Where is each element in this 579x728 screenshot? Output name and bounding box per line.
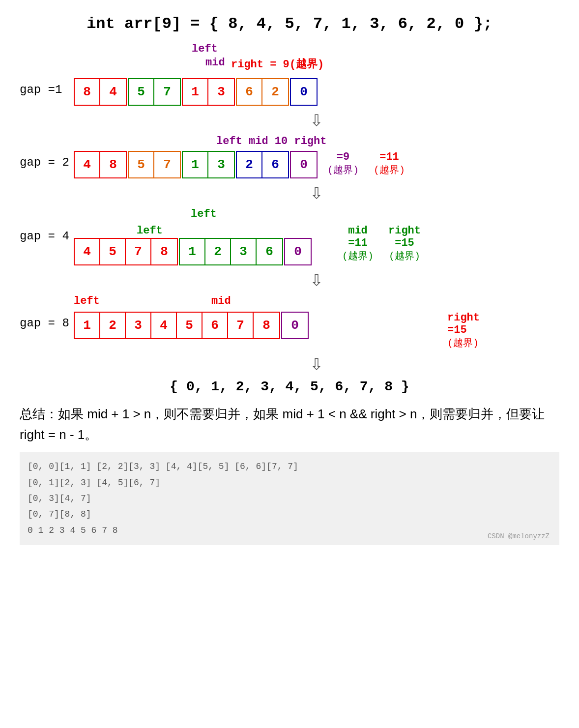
code-line-1: [0, 0][1, 1] [2, 2][3, 3] [4, 4][5, 5] [… — [28, 459, 551, 474]
gap4-mid-label: mid — [348, 225, 368, 237]
gap2-left-yuejie: (越界) — [327, 163, 359, 176]
gap4-right-yuejie: (越界) — [389, 249, 420, 262]
gap2-label: gap = 2 — [20, 151, 74, 169]
gap1-row: gap =1 84 57 13 62 0 — [20, 78, 559, 106]
gap1-label: gap =1 — [20, 78, 74, 96]
gap4-label: gap = 4 — [20, 225, 74, 243]
gap2-labels-above: left mid 10 right — [74, 135, 559, 151]
gap2-label-above: left mid 10 right — [216, 135, 326, 147]
gap4-left-label-above: left — [191, 208, 217, 220]
gap4-row: gap = 4 left 4578 1236 0 mid =11 (越界) ri… — [20, 225, 559, 265]
gap2-annotations: =9 (越界) =11 (越界) — [327, 151, 420, 176]
gap8-row: gap = 8 1 2 3 4 5 6 7 8 0 right =15 (越界) — [20, 312, 559, 349]
code-line-4: [0, 7][8, 8] — [28, 506, 551, 522]
gap4-mid-yuejie: (越界) — [342, 249, 374, 262]
gap4-labels-above: left — [74, 208, 559, 225]
gap8-right-yuejie: (越界) — [447, 336, 480, 349]
gap2-array: 48 57 13 26 0 — [74, 151, 318, 178]
gap2-row: gap = 2 48 57 13 26 0 =9 (越界) =11 (越界) — [20, 151, 559, 178]
code-block: [0, 0][1, 1] [2, 2][3, 3] [4, 4][5, 5] [… — [20, 452, 559, 545]
gap8-left-label-above: left — [74, 295, 100, 307]
gap4-right-val: =15 — [395, 237, 414, 249]
gap4-array: 4578 1236 0 — [74, 238, 313, 265]
gap1-labels-above: left mid right = 9(越界) — [74, 43, 559, 78]
arrow3: ⇩ — [20, 265, 559, 295]
gap2-right-val: =11 — [379, 151, 399, 163]
arrow4: ⇩ — [20, 349, 559, 379]
gap2-right-yuejie: (越界) — [374, 163, 405, 176]
gap8-right-val: =15 — [447, 324, 480, 336]
code-line-2: [0, 1][2, 3] [4, 5][6, 7] — [28, 475, 551, 491]
arrow1: ⇩ — [20, 106, 559, 135]
gap4-right-label: right — [388, 225, 421, 237]
result-text: { 0, 1, 2, 3, 4, 5, 6, 7, 8 } — [20, 379, 559, 394]
gap8-right-label: right — [447, 312, 480, 324]
arrow2: ⇩ — [20, 178, 559, 208]
summary-text: 总结：如果 mid + 1 > n，则不需要归并，如果 mid + 1 < n … — [20, 404, 559, 445]
gap1-array: 84 57 13 62 0 — [74, 78, 318, 106]
page-title: int arr[9] = { 8, 4, 5, 7, 1, 3, 6, 2, 0… — [20, 15, 559, 33]
gap8-label: gap = 8 — [20, 312, 74, 330]
gap8-array: 1 2 3 4 5 6 7 8 0 — [74, 312, 310, 339]
gap4-annotations: mid =11 (越界) right =15 (越界) — [342, 225, 435, 262]
gap8-right-annotation: right =15 (越界) — [447, 312, 480, 349]
code-line-5: 0 1 2 3 4 5 6 7 8 — [28, 523, 551, 538]
gap1-right-label: right = 9(越界) — [231, 57, 324, 71]
watermark: CSDN @melonyzzZ — [488, 532, 550, 540]
gap1-mid-label: mid — [205, 57, 225, 69]
gap1-left-label: left — [192, 43, 218, 55]
gap8-labels-above: left mid — [74, 295, 559, 312]
gap8-mid-label-above: mid — [211, 295, 231, 307]
gap4-mid-val: =11 — [348, 237, 368, 249]
gap4-left-label: left — [137, 225, 313, 237]
gap2-left-val: =9 — [337, 151, 349, 163]
code-line-3: [0, 3][4, 7] — [28, 491, 551, 506]
